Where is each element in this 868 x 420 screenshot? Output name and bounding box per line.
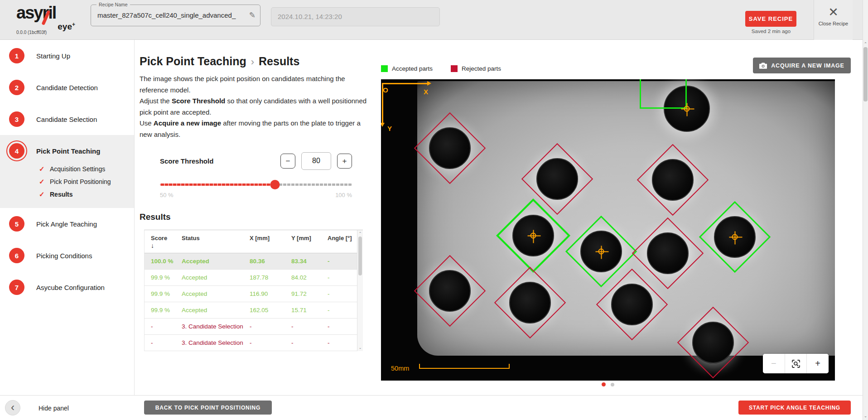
recipe-name-label: Recipe Name [96,2,130,7]
step-number-badge: 5 [9,216,24,232]
table-scrollbar-down-icon[interactable]: ⌄ [357,346,363,350]
table-row[interactable]: -3. Candidate Selection--- [145,335,363,351]
scrollbar-thumb[interactable] [863,47,868,101]
table-cell: - [248,319,289,334]
check-icon: ✓ [39,165,50,173]
close-recipe-button[interactable]: ✕ Close Recipe [814,0,853,40]
steps-sidebar: 1Starting Up2Candidate Detection3Candida… [0,40,135,395]
back-to-pick-point-positioning-button[interactable]: BACK TO PICK POINT POSITIONING [144,401,272,415]
sidebar-item-candidate-selection[interactable]: 3Candidate Selection [0,103,134,135]
results-table: Score↓StatusX [mm]Y [mm]Angle [°]100.0 %… [144,230,363,351]
table-row[interactable]: 99.9 %Accepted187.7884.02- [145,270,363,286]
table-cell: 3. Candidate Selection [180,335,248,351]
table-row[interactable]: 99.9 %Accepted162.0515.71- [145,302,363,319]
recipe-name-value[interactable]: master_827a507c_cell240_single_advanced_ [97,11,242,19]
page-scrollbar[interactable]: ⌃ ⌄ [863,0,868,420]
sidebar-subitem-pick-point-positioning[interactable]: ✓Pick Point Positioning [0,175,134,188]
table-scrollbar-thumb[interactable] [358,237,362,275]
table-cell: - [289,335,326,351]
slider-handle[interactable] [270,180,280,189]
save-recipe-button[interactable]: SAVE RECIPE [745,11,796,27]
pagination-dot[interactable] [611,383,614,386]
column-header: X [mm] [248,230,289,253]
table-row[interactable]: -3. Candidate Selection--- [145,319,363,335]
sidebar-subitem-results[interactable]: ✓Results [0,188,134,201]
scrollbar-down-icon[interactable]: ⌄ [863,414,868,418]
sidebar-item-picking-conditions[interactable]: 6Picking Conditions [0,240,134,271]
table-cell: - [145,335,180,351]
sidebar-item-pick-point-teaching[interactable]: 4Pick Point Teaching [0,139,134,163]
column-header-label: Status [182,235,246,241]
zoom-fit-button[interactable] [785,354,807,373]
sidebar-active-section: 4Pick Point Teaching✓Acquisition Setting… [0,135,134,208]
threshold-decrement-button[interactable]: − [280,154,295,169]
score-threshold-label: Score Threshold [160,157,213,165]
legend-item: Accepted parts [381,65,433,72]
legend-color-swatch [451,65,458,72]
zoom-out-button[interactable]: − [763,354,785,373]
table-cell: - [326,319,357,334]
breadcrumb-section[interactable]: Pick Point Teaching [140,55,246,68]
pagination-dot[interactable] [602,382,606,386]
breadcrumb: Pick Point Teaching›Results [140,55,353,68]
sidebar-subitem-acquisition-settings[interactable]: ✓Acquisition Settings [0,163,134,175]
camera-icon [759,63,767,69]
column-header: Angle [°] [326,230,357,253]
table-cell: 80.36 [248,253,289,269]
accepted-part-frame[interactable] [640,79,687,109]
table-scrollbar[interactable]: ⌃⌄ [357,230,363,351]
hide-panel-button[interactable]: ‹ [5,400,20,415]
sidebar-item-starting-up[interactable]: 1Starting Up [0,40,134,72]
table-cell: 116.90 [248,286,289,302]
check-icon: ✓ [39,178,50,186]
step-number-badge: 4 [9,143,24,159]
sidebar-item-label: Candidate Detection [36,84,98,92]
step-number-badge: 2 [9,80,24,95]
zoom-controls: − + [763,354,829,373]
sidebar-subitem-label: Results [50,191,73,198]
table-cell: - [326,253,357,269]
threshold-value-input[interactable]: 80 [301,152,331,170]
sidebar-item-candidate-detection[interactable]: 2Candidate Detection [0,72,134,103]
table-row[interactable]: 100.0 %Accepted80.3683.34- [145,253,363,270]
check-icon: ✓ [39,190,50,198]
sidebar-item-pick-angle-teaching[interactable]: 5Pick Angle Teaching [0,208,134,240]
column-header-label: X [mm] [250,235,288,241]
hide-panel-label[interactable]: Hide panel [39,405,69,412]
scrollbar-up-icon[interactable]: ⌃ [863,42,868,46]
y-axis-label: Y [387,125,392,132]
x-axis-line [382,83,427,84]
table-cell: Accepted [180,302,248,318]
start-pick-angle-teaching-button[interactable]: START PICK ANGLE TEACHING [738,401,851,415]
zoom-in-button[interactable]: + [806,354,829,373]
threshold-slider[interactable] [160,180,352,189]
camera-image[interactable]: O X Y 50mm − [381,79,835,381]
score-threshold-row: Score Threshold − 80 + [160,152,352,170]
column-header-label: Angle [°] [328,235,356,241]
axis-origin-label: O [383,86,388,94]
sidebar-item-label: Candidate Selection [36,116,97,123]
scale-label: 50mm [391,365,409,372]
table-row[interactable]: 99.9 %Accepted116.9091.72- [145,286,363,302]
close-recipe-label: Close Recipe [814,21,853,26]
slider-fill [160,183,275,186]
scan-search-icon [791,359,800,368]
threshold-increment-button[interactable]: + [337,154,352,169]
y-axis-arrowhead-icon [381,123,385,127]
edit-pencil-icon[interactable]: ✎ [249,10,256,20]
sidebar-item-label: Pick Point Teaching [36,147,100,155]
table-header-row: Score↓StatusX [mm]Y [mm]Angle [°] [145,230,363,253]
recipe-name-field[interactable]: Recipe Name master_827a507c_cell240_sing… [91,5,260,26]
step-number-badge: 7 [9,280,24,295]
sidebar-subitem-label: Acquisition Settings [50,165,105,173]
image-viewer-panel: Accepted partsRejected parts ACQUIRE A N… [371,40,863,395]
column-header: Status [180,230,248,253]
recipe-timestamp-field: 2024.10.21, 14:23:20 [271,7,440,26]
column-header[interactable]: Score↓ [145,230,180,253]
breadcrumb-separator-icon: › [251,56,254,68]
table-scrollbar-up-icon[interactable]: ⌃ [357,232,363,236]
acquire-new-image-button[interactable]: ACQUIRE A NEW IMAGE [753,58,851,73]
header-bar: asyril eye+ 0.0.0 (1bcff03f) Recipe Name… [0,0,863,40]
bottom-action-bar: ‹ Hide panel BACK TO PICK POINT POSITION… [0,395,863,420]
sidebar-item-asycube-configuration[interactable]: 7Asycube Configuration [0,271,134,303]
